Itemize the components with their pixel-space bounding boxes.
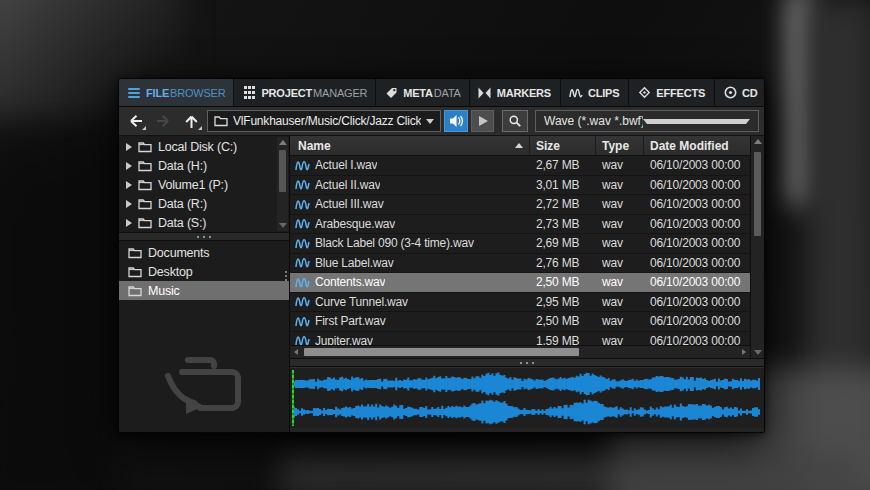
disc-icon <box>723 86 737 100</box>
wav-file-icon <box>295 334 310 345</box>
file-row[interactable]: Arabesque.wav 2,73 MB wav 06/10/2003 00:… <box>290 215 750 235</box>
file-row[interactable]: Contents.wav 2,50 MB wav 06/10/2003 00:0… <box>290 273 750 293</box>
file-type-filter-combo[interactable]: Wave (*.wav *.bwf) <box>535 110 759 132</box>
file-name: Actuel II.wav <box>315 178 380 192</box>
favorite-item[interactable]: Music <box>119 281 289 300</box>
expand-arrow-icon[interactable] <box>126 162 132 170</box>
horizontal-scrollbar[interactable] <box>290 345 750 358</box>
file-row[interactable]: Actuel I.wav 2,67 MB wav 06/10/2003 00:0… <box>290 156 750 176</box>
auto-play-toggle[interactable] <box>444 110 468 132</box>
file-row[interactable]: Blue Label.wav 2,76 MB wav 06/10/2003 00… <box>290 254 750 274</box>
drive-tree-item[interactable]: Data (H:) <box>119 156 275 175</box>
wav-file-icon <box>295 198 310 211</box>
up-button[interactable] <box>179 110 204 132</box>
file-type: wav <box>596 236 644 250</box>
wav-file-icon <box>295 178 310 191</box>
file-row[interactable]: First Part.wav 2,50 MB wav 06/10/2003 00… <box>290 312 750 332</box>
scroll-up-icon[interactable] <box>754 139 762 144</box>
folder-panel: Local Disk (C:) Data (H:) Volume1 (P:) D… <box>119 136 290 432</box>
expand-arrow-icon[interactable] <box>126 219 132 227</box>
file-row[interactable]: Actuel III.wav 2,72 MB wav 06/10/2003 00… <box>290 195 750 215</box>
tab-clips[interactable]: CLIPS <box>561 79 629 106</box>
tab-markers[interactable]: MARKERS <box>470 79 561 106</box>
file-size: 2,50 MB <box>530 275 596 289</box>
file-size: 3,01 MB <box>530 178 596 192</box>
tag-icon <box>384 86 398 100</box>
folder-icon <box>128 285 142 297</box>
wav-file-icon <box>295 295 310 308</box>
tree-scrollbar-thumb[interactable] <box>279 150 286 192</box>
back-button[interactable] <box>123 110 148 132</box>
folder-icon <box>214 115 228 127</box>
file-rows: Actuel I.wav 2,67 MB wav 06/10/2003 00:0… <box>290 156 750 345</box>
tool-window-tabbar: FILEBROWSER PROJECTMANAGER METADATA MARK… <box>119 79 764 107</box>
file-size: 2,73 MB <box>530 217 596 231</box>
tab-meta-data[interactable]: METADATA <box>376 79 469 106</box>
file-type: wav <box>596 334 644 345</box>
preview-splitter[interactable] <box>290 358 764 367</box>
expand-arrow-icon[interactable] <box>126 143 132 151</box>
panel-resize-grip[interactable] <box>285 269 288 283</box>
chevron-down-icon <box>643 119 750 124</box>
drive-label: Data (S:) <box>158 216 206 230</box>
file-date: 06/10/2003 00:00 <box>644 314 750 328</box>
file-row[interactable]: Curve Tunnel.wav 2,95 MB wav 06/10/2003 … <box>290 293 750 313</box>
column-header-date[interactable]: Date Modified <box>644 136 750 155</box>
file-row[interactable]: Jupiter.wav 1,59 MB wav 06/10/2003 00:00 <box>290 332 750 346</box>
file-name: Blue Label.wav <box>315 256 394 270</box>
file-date: 06/10/2003 00:00 <box>644 236 750 250</box>
drive-tree: Local Disk (C:) Data (H:) Volume1 (P:) D… <box>119 136 289 232</box>
favorite-label: Documents <box>148 246 209 260</box>
folder-icon <box>128 247 142 259</box>
drive-tree-item[interactable]: Data (R:) <box>119 194 275 213</box>
wav-file-icon <box>295 276 310 289</box>
audio-preview[interactable] <box>290 367 764 428</box>
scroll-down-icon[interactable] <box>279 223 287 228</box>
drive-tree-item[interactable]: Volume1 (P:) <box>119 175 275 194</box>
sort-ascending-icon <box>515 143 523 148</box>
tab-effects[interactable]: EFFECTS <box>629 79 715 106</box>
vertical-scrollbar[interactable] <box>750 136 764 358</box>
search-button[interactable] <box>502 110 528 132</box>
tree-scrollbar[interactable] <box>277 137 288 231</box>
playback-cursor <box>292 370 294 426</box>
play-button[interactable] <box>471 110 494 132</box>
file-type: wav <box>596 158 644 172</box>
horizontal-scroll-track[interactable] <box>302 346 738 358</box>
tab-file-browser[interactable]: FILEBROWSER <box>119 79 234 106</box>
drive-tree-item[interactable]: Data (S:) <box>119 213 275 232</box>
tab-cd[interactable]: CD <box>715 79 765 106</box>
tab-label: CLIPS <box>588 87 619 99</box>
favorite-label: Desktop <box>148 265 192 279</box>
file-row[interactable]: Black Label 090 (3-4 time).wav 2,69 MB w… <box>290 234 750 254</box>
column-header-type[interactable]: Type <box>596 136 644 155</box>
speaker-icon <box>449 114 464 128</box>
forward-button[interactable] <box>151 110 176 132</box>
file-type: wav <box>596 197 644 211</box>
file-name: Black Label 090 (3-4 time).wav <box>315 236 474 250</box>
scroll-down-icon[interactable] <box>754 350 762 355</box>
folder-icon <box>138 141 152 153</box>
expand-arrow-icon[interactable] <box>126 181 132 189</box>
scroll-left-button[interactable] <box>290 349 302 355</box>
markers-icon <box>478 86 492 100</box>
path-combo-box[interactable]: VlFunkhauser/Music/Click/Jazz Clicks <box>207 110 441 132</box>
file-date: 06/10/2003 00:00 <box>644 197 750 211</box>
waveform-channel-left <box>294 371 761 397</box>
horizontal-scrollbar-thumb[interactable] <box>304 348 579 356</box>
tab-project-manager[interactable]: PROJECTMANAGER <box>234 79 376 106</box>
scroll-right-button[interactable] <box>738 349 750 355</box>
file-row[interactable]: Actuel II.wav 3,01 MB wav 06/10/2003 00:… <box>290 176 750 196</box>
favorite-item[interactable]: Documents <box>119 243 289 262</box>
navigation-toolbar: VlFunkhauser/Music/Click/Jazz Clicks Wav… <box>119 107 764 136</box>
drive-tree-item[interactable]: Local Disk (C:) <box>119 137 275 156</box>
expand-arrow-icon[interactable] <box>126 200 132 208</box>
scroll-up-icon[interactable] <box>279 140 287 145</box>
vertical-scrollbar-thumb[interactable] <box>754 152 761 236</box>
favorite-item[interactable]: Desktop <box>119 262 289 281</box>
column-header-name[interactable]: Name <box>290 136 530 155</box>
column-header-size[interactable]: Size <box>530 136 596 155</box>
tree-favorites-splitter[interactable] <box>119 232 289 241</box>
file-date: 06/10/2003 00:00 <box>644 256 750 270</box>
tab-label-rest: DATA <box>434 87 461 99</box>
